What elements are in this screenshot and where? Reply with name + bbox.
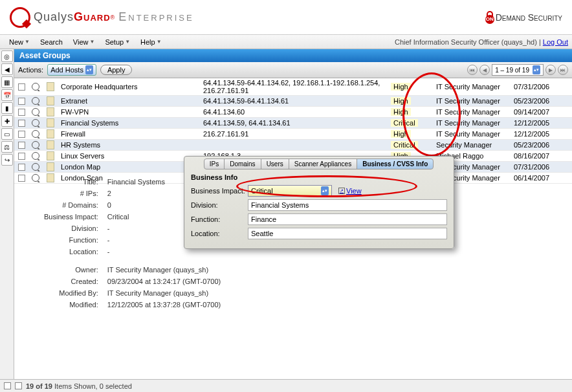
row-checkbox[interactable] [18, 153, 25, 160]
tab-scanner-appliances[interactable]: Scanner Appliances [289, 158, 357, 169]
menu-help[interactable]: Help▼ [135, 36, 167, 48]
row-checkbox[interactable] [18, 83, 25, 91]
pager: ⏮ ◀ 1 – 19 of 19▴▾ ▶ ⏭ [467, 64, 568, 76]
cell-owner: IT Security Manager [434, 107, 511, 116]
cell-name: London Map [58, 162, 201, 171]
actions-select[interactable]: Add Hosts ▴▾ [47, 64, 96, 76]
search-icon[interactable] [32, 97, 39, 105]
target-icon[interactable]: ◎ [1, 50, 13, 62]
search-icon[interactable] [32, 83, 39, 91]
row-checkbox[interactable] [18, 131, 25, 138]
function-input[interactable] [248, 213, 447, 225]
menu-search[interactable]: Search [35, 36, 68, 48]
folder-icon [47, 162, 54, 171]
folder-icon [47, 107, 54, 116]
menu-new[interactable]: New▼ [4, 36, 35, 48]
view-link[interactable]: ↗View [338, 187, 362, 195]
row-checkbox[interactable] [18, 98, 25, 105]
qualys-logo: QualysGuard® Enterprise [10, 7, 194, 28]
pager-last[interactable]: ⏭ [558, 65, 568, 75]
search-icon[interactable] [32, 119, 39, 127]
cell-date: 06/14/2007 [511, 173, 556, 182]
lbl-ips: # IPs: [40, 188, 102, 199]
logout-link[interactable]: Log Out [543, 38, 568, 46]
lbl-domains: # Domains: [40, 200, 102, 210]
pager-next[interactable]: ▶ [545, 65, 556, 75]
logo-q-icon [10, 7, 30, 28]
lbl-business-impact: Business Impact: [191, 187, 248, 195]
apply-button[interactable]: Apply [100, 65, 133, 75]
tab-ips[interactable]: IPs [204, 158, 225, 169]
val-modified: 12/12/2005 at 13:37:28 (GMT-0700) [104, 299, 225, 310]
folder-icon [47, 96, 54, 105]
cell-impact: High [388, 96, 434, 105]
cell-name: FW-VPN [58, 107, 201, 116]
chart-icon[interactable]: ▮ [1, 102, 13, 114]
folder-icon [47, 118, 54, 127]
search-icon[interactable] [32, 163, 39, 171]
cell-impact: High [388, 129, 434, 138]
chevron-down-icon: ▼ [89, 39, 94, 45]
cell-date: 05/23/2006 [511, 140, 556, 149]
chevron-down-icon: ▼ [125, 39, 130, 45]
pager-prev[interactable]: ◀ [479, 65, 490, 75]
location-input[interactable] [248, 228, 447, 239]
left-icon[interactable]: ◀ [1, 63, 13, 75]
cell-date: 09/14/2007 [511, 107, 556, 116]
business-impact-select[interactable]: Critical ▴▾ [248, 185, 332, 197]
scale-icon[interactable]: ⚖ [1, 141, 13, 153]
business-impact-value: Critical [251, 187, 273, 195]
grid-icon[interactable]: ▦ [1, 76, 13, 88]
folder-icon [47, 82, 54, 91]
table-row[interactable]: Financial Systems64.41.134.59, 64.41.134… [14, 118, 572, 129]
table-row[interactable]: HR SystemsCriticalSecurity Manager05/23/… [14, 140, 572, 151]
cell-ips [201, 144, 388, 146]
division-input[interactable] [248, 199, 447, 211]
row-checkbox[interactable] [18, 164, 25, 171]
val-owner: IT Security Manager (quays_sh) [104, 265, 225, 275]
exit-icon[interactable]: ↪ [1, 154, 13, 166]
tab-business-cvss-info[interactable]: Business / CVSS Info [357, 158, 434, 169]
cell-date: 07/31/2006 [511, 162, 556, 171]
menu-setup[interactable]: Setup▼ [100, 36, 135, 48]
business-info-popup: IPsDomainsUsersScanner AppliancesBusines… [184, 156, 454, 249]
cell-date: 08/16/2007 [511, 151, 556, 160]
cal-icon[interactable]: 📅 [1, 89, 13, 101]
folder-icon [47, 151, 54, 160]
pager-first[interactable]: ⏮ [467, 65, 478, 75]
search-icon[interactable] [32, 152, 39, 160]
table-row[interactable]: Extranet64.41.134.59-64.41.134.61HighIT … [14, 96, 572, 107]
search-icon[interactable] [32, 141, 39, 149]
lbl-division: Division: [191, 201, 248, 209]
lock-icon: ON [485, 11, 494, 24]
row-checkbox[interactable] [18, 120, 25, 127]
menu-view[interactable]: View▼ [68, 36, 100, 48]
search-icon[interactable] [32, 130, 39, 138]
ods-logo: ON Demand Security [485, 11, 562, 24]
popup-header: Business Info [184, 173, 454, 185]
lbl-title: Title: [40, 177, 102, 187]
content-area: Asset Groups Actions: Add Hosts ▴▾ Apply… [14, 49, 572, 379]
row-checkbox[interactable] [18, 175, 25, 182]
doc-icon[interactable]: ▭ [1, 128, 13, 140]
tab-users[interactable]: Users [261, 158, 289, 169]
folder-icon [47, 129, 54, 138]
cell-name: Corporate Headquarters [58, 82, 201, 91]
row-checkbox[interactable] [18, 142, 25, 149]
lbl-function: Function: [191, 215, 248, 223]
select-all-checkbox[interactable] [4, 382, 11, 389]
search-icon[interactable] [32, 108, 39, 116]
select-page-checkbox[interactable] [15, 382, 22, 389]
table-row[interactable]: FW-VPN64.41.134.60HighIT Security Manage… [14, 107, 572, 118]
cell-date: 12/12/2005 [511, 118, 556, 127]
row-checkbox[interactable] [18, 109, 25, 116]
table-row[interactable]: Firewall216.27.161.91HighIT Security Man… [14, 129, 572, 140]
table-row[interactable]: Corporate Headquarters64.41.134.59-64.41… [14, 78, 572, 96]
section-title: Asset Groups [14, 49, 572, 62]
pager-range[interactable]: 1 – 19 of 19▴▾ [492, 64, 544, 76]
plus-icon[interactable]: ✚ [1, 115, 13, 127]
cell-date: 05/23/2006 [511, 96, 556, 105]
tab-domains[interactable]: Domains [224, 158, 261, 169]
actions-value: Add Hosts [50, 66, 83, 74]
select-arrows-icon: ▴▾ [321, 186, 329, 195]
